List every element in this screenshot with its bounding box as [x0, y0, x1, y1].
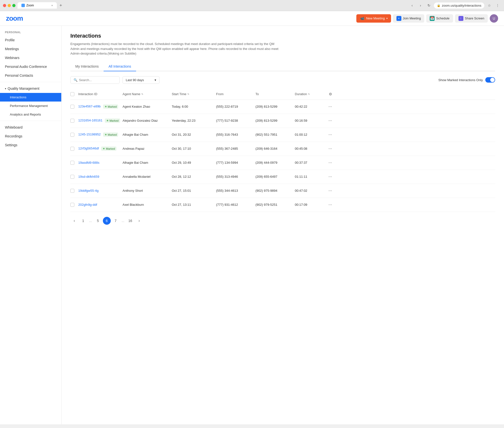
row-checkbox[interactable]: [70, 133, 78, 137]
table-row: 1245-15198952 ★ Marked Alhagie Bai Cham …: [70, 128, 495, 142]
pagination-page-5[interactable]: 5: [94, 217, 102, 225]
address-bar[interactable]: 🔒 zoom.us/quality/interactions: [434, 2, 484, 9]
row-more[interactable]: ···: [327, 103, 337, 110]
new-tab-button[interactable]: +: [58, 2, 64, 8]
header-checkbox[interactable]: [70, 91, 78, 98]
pagination-prev[interactable]: ‹: [70, 217, 78, 225]
search-box[interactable]: 🔍: [70, 76, 120, 84]
browser-menu-button[interactable]: ⋮: [494, 2, 501, 9]
interaction-id-link[interactable]: 19ddfgw55-4g: [78, 189, 98, 192]
row-checkbox[interactable]: [70, 189, 78, 193]
sidebar-item-quality-management[interactable]: ▾ Quality Management: [0, 84, 61, 93]
duration-sort-icon: ⇅: [308, 93, 310, 95]
tab-title: Zoom: [26, 4, 34, 7]
interaction-id-link[interactable]: 19asdfd9-688s: [78, 161, 99, 164]
pagination-page-16[interactable]: 16: [126, 217, 134, 225]
row-to: (902) 979-5251: [255, 203, 295, 207]
interaction-id-link[interactable]: 12rf3g56546df: [78, 147, 99, 150]
row-interaction-id: 1231654-165161 ★ Marked: [78, 118, 123, 123]
interaction-id-link[interactable]: 1245-15198952: [78, 133, 101, 136]
table-row: 19ddfgw55-4g Anthony Short Oct 27, 15:01…: [70, 184, 495, 198]
minimize-button[interactable]: [8, 4, 11, 7]
search-input[interactable]: [79, 78, 116, 82]
interaction-id-link[interactable]: 123e4567-e89b: [78, 104, 101, 108]
new-meeting-button[interactable]: 📹 New Meeting ▾: [356, 14, 391, 23]
pagination-page-1[interactable]: 1: [79, 217, 87, 225]
sidebar-item-settings[interactable]: Settings: [0, 141, 61, 149]
interaction-id-link[interactable]: 202gfn9g-ddf: [78, 203, 97, 207]
row-more-button[interactable]: ···: [327, 159, 334, 166]
date-range-selector[interactable]: Last 90 days ▾: [123, 76, 159, 84]
fullscreen-button[interactable]: [12, 4, 16, 7]
row-checkbox[interactable]: [70, 105, 78, 109]
share-screen-label: Share Screen: [465, 16, 485, 20]
sidebar-item-interactions[interactable]: Interactions: [0, 93, 61, 102]
row-more[interactable]: ···: [327, 201, 337, 208]
search-icon: 🔍: [74, 78, 78, 82]
join-meeting-button[interactable]: + Join Meeting: [393, 14, 425, 23]
row-checkbox[interactable]: [70, 203, 78, 207]
header-to: To: [255, 91, 295, 98]
avatar[interactable]: U: [490, 14, 498, 23]
active-tab[interactable]: Zoom ×: [17, 2, 57, 9]
table-settings-button[interactable]: ⚙: [327, 91, 334, 98]
tab-favicon: [21, 4, 25, 7]
sidebar-label-recordings: Recordings: [5, 134, 22, 138]
back-button[interactable]: ‹: [409, 2, 416, 9]
interaction-id-link[interactable]: 19sd-dkfkh659: [78, 175, 99, 178]
bookmark-button[interactable]: ☆: [486, 2, 493, 9]
header-start-time[interactable]: Start Time ⇅: [172, 91, 216, 98]
sidebar-item-meetings[interactable]: Meetings: [0, 44, 61, 53]
close-button[interactable]: [3, 4, 6, 7]
table-row: 1231654-165161 ★ Marked Alejandro Gonzal…: [70, 114, 495, 128]
tab-close-button[interactable]: ×: [51, 4, 53, 7]
sidebar-item-webinars[interactable]: Webinars: [0, 53, 61, 62]
row-checkbox[interactable]: [70, 175, 78, 179]
refresh-button[interactable]: ↻: [425, 2, 432, 9]
row-more-button[interactable]: ···: [327, 131, 334, 138]
sidebar-item-personal-contacts[interactable]: Personal Contacts: [0, 71, 61, 80]
schedule-icon: 📅: [430, 16, 435, 21]
forward-button[interactable]: ›: [417, 2, 424, 9]
header-settings[interactable]: ⚙: [327, 91, 337, 98]
sidebar-item-whiteboard[interactable]: Whiteboard: [0, 123, 61, 132]
pagination-next[interactable]: ›: [135, 217, 143, 225]
main-content: Interactions Engagements (Interactions) …: [62, 26, 504, 424]
tab-my-interactions[interactable]: My Interactions: [70, 62, 104, 71]
row-more-button[interactable]: ···: [327, 201, 334, 208]
sidebar-item-profile[interactable]: Profile: [0, 36, 61, 44]
row-checkbox[interactable]: [70, 161, 78, 165]
schedule-button[interactable]: 📅 Schedule: [426, 14, 453, 23]
row-agent-name: Alejandro Gonzalez Diaz: [123, 119, 172, 122]
row-interaction-id: 19asdfd9-688s: [78, 161, 123, 164]
row-more-button[interactable]: ···: [327, 145, 334, 152]
tab-all-interactions[interactable]: All Interactions: [104, 62, 136, 71]
new-meeting-label: New Meeting: [366, 16, 385, 20]
row-more-button[interactable]: ···: [327, 173, 334, 180]
row-checkbox[interactable]: [70, 119, 78, 123]
pagination-page-6[interactable]: 6: [103, 217, 111, 225]
row-more-button[interactable]: ···: [327, 103, 334, 110]
row-more[interactable]: ···: [327, 145, 337, 152]
row-more[interactable]: ···: [327, 131, 337, 138]
header-agent-name[interactable]: Agent Name ⇅: [123, 91, 172, 98]
pagination-page-7[interactable]: 7: [112, 217, 120, 225]
share-screen-button[interactable]: ↑ Share Screen: [455, 14, 488, 23]
row-more[interactable]: ···: [327, 117, 337, 124]
row-start-time: Today, 6:00: [172, 105, 216, 108]
sidebar-item-analytics-reports[interactable]: Analytics and Reports: [0, 110, 61, 119]
select-all-checkbox[interactable]: [70, 92, 74, 96]
sidebar-item-performance-management[interactable]: Performance Management: [0, 102, 61, 110]
header-duration[interactable]: Duration ⇅: [295, 91, 327, 98]
sidebar-item-recordings[interactable]: Recordings: [0, 132, 61, 141]
row-more-button[interactable]: ···: [327, 117, 334, 124]
row-more[interactable]: ···: [327, 159, 337, 166]
browser-chrome: Zoom × + ‹ › ↻ 🔒 zoom.us/quality/interac…: [0, 0, 504, 11]
row-more[interactable]: ···: [327, 173, 337, 180]
marked-interactions-toggle[interactable]: [485, 77, 495, 83]
row-more-button[interactable]: ···: [327, 187, 334, 194]
interaction-id-link[interactable]: 1231654-165161: [78, 118, 102, 122]
sidebar-item-personal-audio[interactable]: Personal Audio Conference: [0, 62, 61, 71]
row-more[interactable]: ···: [327, 187, 337, 194]
row-checkbox[interactable]: [70, 147, 78, 151]
